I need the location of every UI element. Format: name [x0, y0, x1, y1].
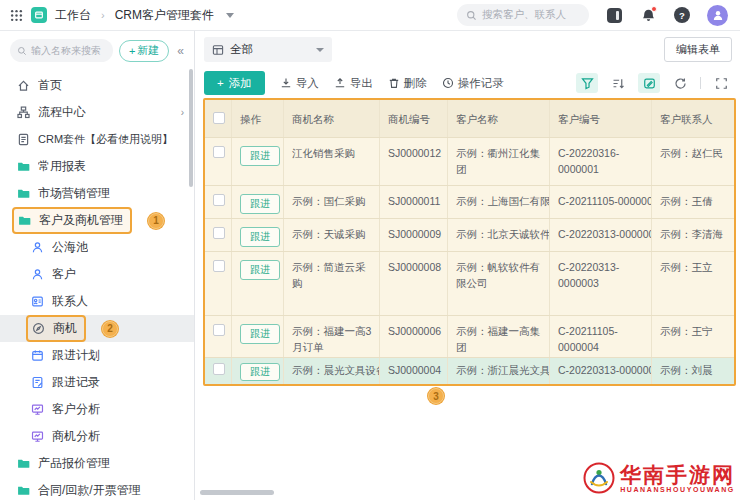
edit-form-button[interactable]: 编辑表单 — [664, 37, 732, 62]
annotation-badge-1: 1 — [148, 213, 164, 229]
app-grid-icon[interactable] — [10, 9, 23, 22]
import-icon — [280, 77, 292, 89]
followup-button[interactable]: 跟进 — [240, 363, 280, 381]
cell-customer-code: C-20220313-0000004 — [550, 358, 652, 384]
row-checkbox[interactable] — [213, 194, 225, 206]
notification-bell-icon[interactable] — [639, 6, 657, 24]
operation-log-button[interactable]: 操作记录 — [442, 76, 504, 91]
create-new-button[interactable]: +新建 — [119, 40, 169, 62]
cell-customer-name: 示例：上海国仁有限... — [448, 186, 550, 218]
table-row: 跟进 示例：简道云采购 SJ0000008 示例：帆软软件有限公司 C-2022… — [205, 252, 734, 316]
view-filter-dropdown[interactable]: 全部 — [204, 37, 332, 62]
export-button[interactable]: 导出 — [334, 76, 373, 91]
sidebar-item-product-quote-mgmt[interactable]: 产品报价管理 — [0, 450, 194, 477]
workspace-label[interactable]: 工作台 — [55, 7, 91, 24]
sidebar-item-common-reports[interactable]: 常用报表 — [0, 153, 194, 180]
annotation-badge-2: 2 — [102, 321, 118, 337]
search-placeholder: 搜索客户、联系人 — [482, 8, 566, 22]
followup-button[interactable]: 跟进 — [240, 324, 280, 344]
table-toolbar: +添加 导入 导出 删除 操作记录 — [196, 71, 740, 95]
annotation-badge-3: 3 — [428, 388, 444, 404]
sidebar-item-crm-guide[interactable]: CRM套件【必看使用说明】 — [0, 126, 194, 153]
cell-opportunity-code: SJ0000009 — [380, 219, 448, 251]
sidebar-item-home[interactable]: 首页 — [0, 72, 194, 99]
annotation-box-1: 客户及商机管理 — [12, 207, 132, 234]
fullscreen-icon[interactable] — [710, 73, 732, 93]
cell-opportunity-code: SJ0000008 — [380, 252, 448, 315]
global-search-input[interactable]: 搜索客户、联系人 — [457, 4, 589, 26]
sidebar-item-opportunity-analysis[interactable]: 商机分析 — [0, 423, 194, 450]
cell-customer-code: C-20220313-0000002 — [550, 219, 652, 251]
table-header-row: 操作 商机名称 商机编号 客户名称 客户编号 客户联系人 — [205, 100, 734, 138]
sidebar-menu: 首页 流程中心 › CRM套件【必看使用说明】 常用报表 市场营销管理 客户及商… — [0, 67, 194, 500]
user-avatar[interactable] — [707, 5, 728, 26]
sidebar-item-contacts[interactable]: 联系人 — [0, 288, 194, 315]
followup-button[interactable]: 跟进 — [240, 260, 280, 280]
cell-customer-contact: 示例：王倩 — [652, 186, 734, 218]
document-icon — [17, 133, 30, 146]
sidebar-item-marketing-mgmt[interactable]: 市场营销管理 — [0, 180, 194, 207]
cell-customer-code: C-20220316-0000001 — [550, 138, 652, 185]
sidebar-scrollbar[interactable] — [189, 69, 193, 187]
cell-opportunity-name: 示例：晨光文具设备... — [284, 358, 380, 384]
folder-icon — [18, 214, 31, 227]
horizontal-scrollbar[interactable] — [200, 490, 274, 495]
folder-icon — [17, 484, 30, 497]
cell-opportunity-name: 示例：简道云采购 — [284, 252, 380, 315]
chart-monitor-icon — [31, 430, 44, 443]
sidebar-item-process-center[interactable]: 流程中心 › — [0, 99, 194, 126]
sidebar-item-contract-invoice-mgmt[interactable]: 合同/回款/开票管理 — [0, 477, 194, 500]
notification-dot — [651, 6, 657, 12]
cell-customer-contact: 示例：刘晨 — [652, 358, 734, 384]
calendar-icon — [31, 349, 44, 362]
sidebar-item-public-pool[interactable]: 公海池 — [0, 234, 194, 261]
compass-icon — [32, 322, 45, 335]
sidebar-item-followup-plans[interactable]: 跟进计划 — [0, 342, 194, 369]
form-edit-icon[interactable] — [638, 73, 660, 93]
import-button[interactable]: 导入 — [280, 76, 319, 91]
flow-icon — [17, 106, 30, 119]
followup-button[interactable]: 跟进 — [240, 146, 280, 166]
sidebar-item-followup-records[interactable]: 跟进记录 — [0, 369, 194, 396]
cell-customer-contact: 示例：李清海 — [652, 219, 734, 251]
help-icon[interactable]: ? — [673, 6, 691, 24]
title-caret-icon[interactable] — [226, 13, 234, 18]
sidebar-item-customers[interactable]: 客户 — [0, 261, 194, 288]
collapse-sidebar-icon[interactable]: « — [175, 44, 186, 58]
sidebar-search-input[interactable]: 输入名称来搜索 — [10, 39, 113, 62]
trash-icon — [388, 77, 400, 89]
sidebar-item-customer-analysis[interactable]: 客户分析 — [0, 396, 194, 423]
sidebar-item-opportunities[interactable]: 商机 2 — [0, 315, 194, 342]
cell-opportunity-name: 示例：天诚采购 — [284, 219, 380, 251]
sort-icon[interactable] — [607, 73, 629, 93]
followup-button[interactable]: 跟进 — [240, 227, 280, 247]
select-all-checkbox[interactable] — [213, 112, 225, 124]
mobile-device-icon[interactable] — [605, 6, 623, 24]
breadcrumb-separator: › — [99, 9, 107, 21]
page-title[interactable]: CRM客户管理套件 — [115, 7, 214, 24]
row-checkbox[interactable] — [213, 227, 225, 239]
row-checkbox[interactable] — [213, 146, 225, 158]
delete-button[interactable]: 删除 — [388, 76, 427, 91]
refresh-icon[interactable] — [669, 73, 691, 93]
add-button[interactable]: +添加 — [204, 71, 265, 95]
row-checkbox[interactable] — [213, 260, 225, 272]
followup-button[interactable]: 跟进 — [240, 194, 280, 214]
workbench-logo-icon — [31, 7, 47, 23]
sidebar-search-placeholder: 输入名称来搜索 — [31, 44, 101, 58]
cell-customer-name: 示例：浙江晨光文具... — [448, 358, 550, 384]
cell-customer-contact: 示例：王立 — [652, 252, 734, 315]
opportunity-table: 操作 商机名称 商机编号 客户名称 客户编号 客户联系人 跟进 江化销售采购 S… — [203, 98, 736, 386]
col-header-customer-code: 客户编号 — [550, 100, 652, 137]
person-icon — [31, 241, 44, 254]
person-icon — [31, 268, 44, 281]
col-header-customer-name: 客户名称 — [448, 100, 550, 137]
cell-opportunity-code: SJ0000011 — [380, 186, 448, 218]
row-checkbox[interactable] — [213, 363, 225, 375]
row-checkbox[interactable] — [213, 324, 225, 336]
plus-icon: + — [217, 77, 224, 89]
sidebar-item-customer-opportunity-mgmt[interactable]: 客户及商机管理 1 — [0, 207, 194, 234]
cell-customer-contact: 示例：王宁 — [652, 316, 734, 357]
export-icon — [334, 77, 346, 89]
filter-icon[interactable] — [576, 73, 598, 93]
